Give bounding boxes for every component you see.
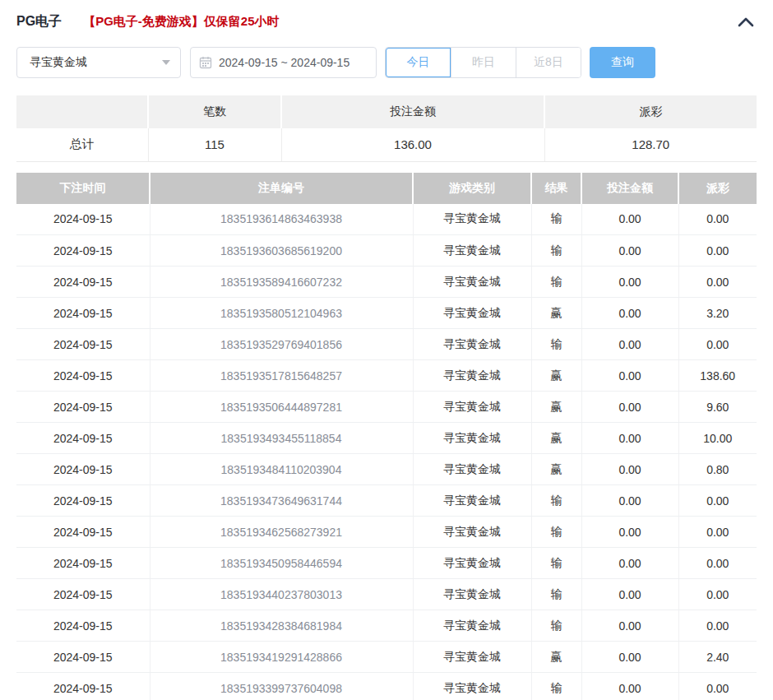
cell-bet-amount: 0.00 (581, 610, 678, 642)
records-header-row: 下注时间 注单编号 游戏类别 结果 投注金额 派彩 (16, 173, 757, 204)
cell-bet-time: 2024-09-15 (16, 642, 150, 673)
cell-order-id: 1835193580512104963 (150, 298, 413, 329)
cell-bet-time: 2024-09-15 (16, 517, 150, 548)
cell-order-id: 1835193506444897281 (150, 392, 413, 423)
cell-result: 赢 (531, 423, 581, 454)
cell-result: 赢 (531, 642, 581, 673)
panel-notice: 【PG电子-免费游戏】仅保留25小时 (83, 14, 279, 30)
table-row: 2024-09-15 1835193484110203904 寻宝黄金城 赢 0… (16, 454, 757, 485)
cell-bet-time: 2024-09-15 (16, 548, 150, 579)
quick-range-today[interactable]: 今日 (386, 48, 451, 77)
cell-order-id: 1835193589416607232 (150, 267, 413, 298)
cell-bet-amount: 0.00 (581, 360, 678, 392)
date-range-value: 2024-09-15 ~ 2024-09-15 (219, 56, 349, 69)
table-row: 2024-09-15 1835193517815648257 寻宝黄金城 赢 0… (16, 360, 757, 392)
cell-bet-time: 2024-09-15 (16, 579, 150, 610)
summary-total-label: 总计 (16, 128, 148, 161)
summary-total-count: 115 (148, 128, 281, 161)
quick-range-yesterday[interactable]: 昨日 (451, 48, 516, 77)
cell-game-type: 寻宝黄金城 (413, 454, 531, 485)
cell-bet-amount: 0.00 (581, 235, 678, 267)
cell-game-type: 寻宝黄金城 (413, 517, 531, 548)
cell-payout: 0.00 (678, 517, 757, 548)
table-row: 2024-09-15 1835193462568273921 寻宝黄金城 输 0… (16, 517, 757, 548)
cell-payout: 0.00 (678, 673, 757, 700)
cell-order-id: 1835193399737604098 (150, 673, 413, 700)
cell-payout: 138.60 (678, 360, 757, 392)
cell-order-id: 1835193484110203904 (150, 454, 413, 485)
table-row: 2024-09-15 1835193529769401856 寻宝黄金城 输 0… (16, 329, 757, 360)
cell-game-type: 寻宝黄金城 (413, 298, 531, 329)
records-table: 下注时间 注单编号 游戏类别 结果 投注金额 派彩 2024-09-15 183… (16, 173, 757, 700)
cell-payout: 9.60 (678, 392, 757, 423)
cell-result: 赢 (531, 360, 581, 392)
cell-result: 赢 (531, 392, 581, 423)
cell-order-id: 1835193428384681984 (150, 610, 413, 642)
cell-result: 输 (531, 517, 581, 548)
col-bet-amount: 投注金额 (581, 173, 678, 204)
cell-order-id: 1835193440237803013 (150, 579, 413, 610)
table-row: 2024-09-15 1835193580512104963 寻宝黄金城 赢 0… (16, 298, 757, 329)
cell-bet-amount: 0.00 (581, 267, 678, 298)
cell-result: 输 (531, 548, 581, 579)
cell-game-type: 寻宝黄金城 (413, 392, 531, 423)
col-payout: 派彩 (678, 173, 757, 204)
game-select[interactable]: 寻宝黄金城 (16, 47, 181, 78)
game-select-value: 寻宝黄金城 (30, 55, 162, 70)
table-row: 2024-09-15 1835193603685619200 寻宝黄金城 输 0… (16, 235, 757, 267)
table-row: 2024-09-15 1835193450958446594 寻宝黄金城 输 0… (16, 548, 757, 579)
cell-order-id: 1835193450958446594 (150, 548, 413, 579)
cell-payout: 10.00 (678, 423, 757, 454)
cell-bet-time: 2024-09-15 (16, 235, 150, 267)
col-result: 结果 (531, 173, 581, 204)
cell-bet-amount: 0.00 (581, 642, 678, 673)
cell-result: 赢 (531, 298, 581, 329)
cell-bet-amount: 0.00 (581, 517, 678, 548)
cell-payout: 0.00 (678, 610, 757, 642)
search-button[interactable]: 查询 (590, 47, 655, 78)
cell-payout: 0.00 (678, 579, 757, 610)
cell-game-type: 寻宝黄金城 (413, 642, 531, 673)
cell-game-type: 寻宝黄金城 (413, 423, 531, 454)
table-row: 2024-09-15 1835193428384681984 寻宝黄金城 输 0… (16, 610, 757, 642)
cell-order-id: 1835193473649631744 (150, 485, 413, 517)
panel-title: PG电子 (16, 13, 62, 30)
summary-col-blank (16, 95, 148, 128)
panel-header: PG电子 【PG电子-免费游戏】仅保留25小时 (16, 11, 757, 32)
cell-bet-amount: 0.00 (581, 579, 678, 610)
cell-game-type: 寻宝黄金城 (413, 610, 531, 642)
table-row: 2024-09-15 1835193493455118854 寻宝黄金城 赢 0… (16, 423, 757, 454)
cell-game-type: 寻宝黄金城 (413, 548, 531, 579)
cell-bet-time: 2024-09-15 (16, 485, 150, 517)
summary-total-row: 总计 115 136.00 128.70 (16, 128, 757, 161)
quick-range-group: 今日 昨日 近8日 (385, 47, 581, 78)
cell-game-type: 寻宝黄金城 (413, 329, 531, 360)
cell-game-type: 寻宝黄金城 (413, 485, 531, 517)
cell-result: 输 (531, 329, 581, 360)
cell-result: 赢 (531, 454, 581, 485)
cell-payout: 0.00 (678, 267, 757, 298)
table-row: 2024-09-15 1835193399737604098 寻宝黄金城 输 0… (16, 673, 757, 700)
summary-total-amount: 136.00 (281, 128, 544, 161)
summary-table: 笔数 投注金额 派彩 总计 115 136.00 128.70 (16, 95, 757, 162)
cell-game-type: 寻宝黄金城 (413, 235, 531, 267)
collapse-button[interactable] (735, 12, 757, 30)
cell-game-type: 寻宝黄金城 (413, 204, 531, 235)
cell-payout: 0.00 (678, 485, 757, 517)
cell-bet-time: 2024-09-15 (16, 360, 150, 392)
quick-range-last8days[interactable]: 近8日 (516, 48, 581, 77)
summary-col-amount: 投注金额 (281, 95, 544, 128)
chevron-up-icon (738, 16, 754, 27)
summary-col-payout: 派彩 (544, 95, 757, 128)
cell-result: 输 (531, 485, 581, 517)
cell-result: 输 (531, 235, 581, 267)
col-order-id: 注单编号 (150, 173, 413, 204)
cell-game-type: 寻宝黄金城 (413, 267, 531, 298)
cell-bet-amount: 0.00 (581, 548, 678, 579)
cell-bet-amount: 0.00 (581, 423, 678, 454)
pg-records-panel: PG电子 【PG电子-免费游戏】仅保留25小时 寻宝黄金城 2024-09-15… (0, 11, 773, 700)
cell-bet-time: 2024-09-15 (16, 267, 150, 298)
date-range-picker[interactable]: 2024-09-15 ~ 2024-09-15 (190, 47, 377, 78)
cell-bet-amount: 0.00 (581, 204, 678, 235)
summary-col-count: 笔数 (148, 95, 281, 128)
